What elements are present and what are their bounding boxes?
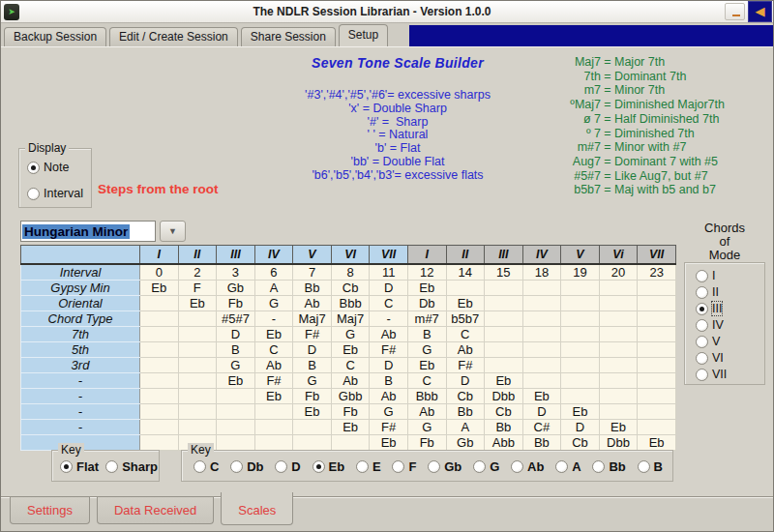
radio-dot-icon (473, 460, 486, 473)
tab-scales[interactable]: Scales (221, 492, 293, 525)
table-cell (485, 357, 523, 372)
table-cell (522, 341, 561, 357)
table-cell: Abb (485, 434, 523, 450)
table-cell (140, 357, 179, 372)
radio-root-eb[interactable]: Eb (313, 459, 345, 474)
legend-line: ' ' = Natural (228, 129, 567, 142)
tab-setup[interactable]: Setup (339, 24, 388, 46)
radio-display-note[interactable]: Note (27, 161, 91, 174)
legend-key: b5b7 (552, 183, 601, 197)
scale-combobox-field[interactable]: Hungarian Minor (20, 221, 156, 242)
table-cell: Bbb (331, 295, 370, 310)
tab-share-session[interactable]: Share Session (241, 27, 336, 46)
legend-key: Maj7 (552, 55, 601, 70)
tab-data-received[interactable]: Data Received (97, 497, 214, 524)
radio-root-db[interactable]: Db (230, 459, 263, 474)
radio-display-interval[interactable]: Interval (27, 187, 91, 200)
radio-dot-icon (356, 460, 369, 473)
table-cell (522, 295, 561, 310)
radio-mode-ii[interactable]: II (696, 285, 764, 299)
radio-mode-v[interactable]: V (696, 335, 764, 348)
radio-label: B (654, 459, 663, 474)
radio-dot-icon (60, 460, 73, 473)
radio-label: Interval (44, 187, 83, 200)
radio-root-a[interactable]: A (555, 459, 580, 474)
key-root-group: Key CDbDEbEFGbGAbABbB (181, 450, 673, 482)
radio-root-bb[interactable]: Bb (592, 459, 625, 474)
minimize-button[interactable] (725, 3, 745, 20)
radio-root-b[interactable]: B (638, 459, 663, 474)
radio-mode-i[interactable]: I (696, 269, 764, 282)
table-cell (140, 372, 179, 388)
table-cell (561, 341, 600, 357)
table-cell (599, 341, 638, 357)
legend-line: ø 7=Half Diminished 7th (552, 112, 771, 127)
radio-root-e[interactable]: E (356, 459, 381, 474)
legend-line: m7=Minor 7th (552, 83, 771, 98)
table-cell: 19 (561, 264, 600, 281)
radio-root-gb[interactable]: Gb (428, 459, 461, 474)
legend-equals: = (601, 183, 614, 197)
table-cell: Eb (217, 372, 255, 388)
legend-key: º 7 (552, 127, 601, 141)
table-cell (638, 280, 676, 295)
table-cell (178, 357, 217, 372)
legend-line: ºMaj7=Diminished Major7th (552, 98, 771, 112)
table-cell (140, 310, 179, 326)
legend-desc: Half Diminished 7th (614, 112, 719, 127)
table-cell: 6 (254, 264, 293, 281)
tab-backup-session[interactable]: Backup Session (4, 27, 106, 46)
col-header: I (407, 246, 446, 264)
table-cell: b5b7 (446, 310, 485, 326)
table-cell: Cb (485, 403, 523, 419)
radio-root-g[interactable]: G (473, 459, 499, 474)
radio-dot-icon (696, 286, 708, 299)
table-row: Gypsy MinEbFGbABbCbDEb (21, 280, 676, 295)
table-cell (561, 372, 600, 388)
radio-mode-vii[interactable]: VII (696, 368, 764, 381)
table-cell: B (370, 372, 408, 388)
tab-settings[interactable]: Settings (10, 497, 90, 524)
table-row: Interval0236781112141518192023 (21, 264, 676, 281)
radio-dot-icon (696, 352, 708, 365)
key-root-group-label: Key (188, 443, 214, 457)
radio-label: G (490, 459, 499, 474)
radio-mode-vi[interactable]: VI (696, 351, 764, 365)
radio-mode-iv[interactable]: IV (696, 318, 764, 332)
radio-mode-iii[interactable]: III (696, 302, 764, 315)
tab-edit-create-session[interactable]: Edit / Create Session (109, 27, 238, 46)
back-arrow-button[interactable]: ◀ (748, 1, 772, 22)
chords-of-mode-group: IIIIIIIVVVIVII (684, 262, 765, 385)
table-cell: 3 (217, 264, 255, 281)
legend-key: 7th (552, 70, 601, 84)
table-cell: G (217, 357, 255, 372)
legend-equals: = (601, 83, 614, 98)
radio-root-c[interactable]: C (194, 459, 219, 474)
table-cell: C (407, 372, 446, 388)
scale-combobox-dropdown-button[interactable]: ▼ (160, 221, 186, 242)
table-cell (140, 388, 179, 403)
table-cell: 2 (178, 264, 217, 281)
radio-root-d[interactable]: D (275, 459, 300, 474)
radio-dot-icon (105, 460, 118, 473)
legend-line: 'b6','b5','b4','b3'= excessive flats (228, 169, 567, 183)
table-cell (446, 280, 485, 295)
setup-tab-content: Seven Tone Scale Builder '#3','#4','#5',… (1, 46, 774, 497)
radio-key-sharp[interactable]: Sharp (105, 459, 158, 474)
radio-root-f[interactable]: F (392, 459, 416, 474)
table-cell: Ab (254, 357, 293, 372)
radio-key-flat[interactable]: Flat (60, 459, 99, 474)
table-cell: C (370, 295, 408, 310)
legend-line: m#7=Minor with #7 (552, 140, 771, 155)
radio-root-ab[interactable]: Ab (511, 459, 544, 474)
app-window: ➤ The NDLR Session Librarian - Version 1… (0, 0, 774, 532)
table-cell: Bb (485, 419, 523, 434)
legend-equals: = (601, 127, 614, 141)
table-cell (561, 357, 600, 372)
radio-dot-icon (555, 460, 568, 473)
chords-of-mode-title-line: Mode (682, 249, 767, 262)
legend-desc: Major 7th (614, 55, 665, 70)
table-cell (217, 403, 255, 419)
table-cell: Eb (407, 280, 446, 295)
col-header: VII (638, 246, 676, 264)
